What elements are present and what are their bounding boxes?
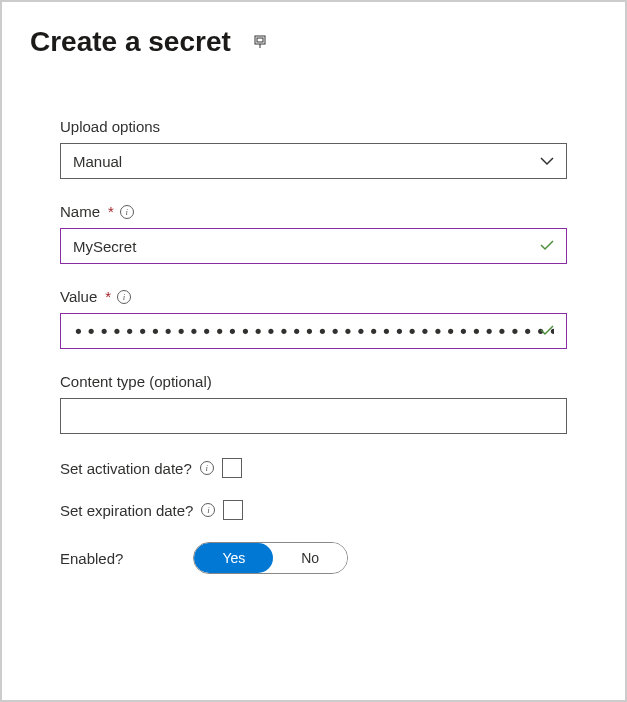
upload-options-select[interactable]	[60, 143, 567, 179]
enabled-label: Enabled?	[60, 550, 123, 567]
value-input[interactable]	[60, 313, 567, 349]
info-icon[interactable]: i	[201, 503, 215, 517]
name-label: Name	[60, 203, 100, 220]
enabled-row: Enabled? Yes No	[60, 542, 567, 574]
activation-date-checkbox[interactable]	[222, 458, 242, 478]
name-input[interactable]	[60, 228, 567, 264]
value-field: Value * i	[60, 288, 567, 349]
info-icon[interactable]: i	[120, 205, 134, 219]
value-label: Value	[60, 288, 97, 305]
enabled-no-button[interactable]: No	[273, 543, 347, 573]
upload-options-label: Upload options	[60, 118, 160, 135]
activation-date-row: Set activation date? i	[60, 458, 567, 478]
name-field: Name * i	[60, 203, 567, 264]
content-type-field: Content type (optional)	[60, 373, 567, 434]
info-icon[interactable]: i	[200, 461, 214, 475]
content-type-label: Content type (optional)	[60, 373, 212, 390]
enabled-yes-button[interactable]: Yes	[194, 543, 273, 573]
page-header: Create a secret	[30, 26, 597, 58]
expiration-date-row: Set expiration date? i	[60, 500, 567, 520]
create-secret-form: Upload options Name * i	[30, 118, 597, 574]
activation-date-label: Set activation date?	[60, 460, 192, 477]
info-icon[interactable]: i	[117, 290, 131, 304]
upload-options-field: Upload options	[60, 118, 567, 179]
required-mark: *	[105, 288, 111, 305]
expiration-date-label: Set expiration date?	[60, 502, 193, 519]
page-title: Create a secret	[30, 26, 231, 58]
svg-rect-1	[257, 38, 263, 42]
pin-icon[interactable]	[251, 33, 269, 51]
enabled-toggle: Yes No	[193, 542, 348, 574]
content-type-input[interactable]	[60, 398, 567, 434]
expiration-date-checkbox[interactable]	[223, 500, 243, 520]
required-mark: *	[108, 203, 114, 220]
